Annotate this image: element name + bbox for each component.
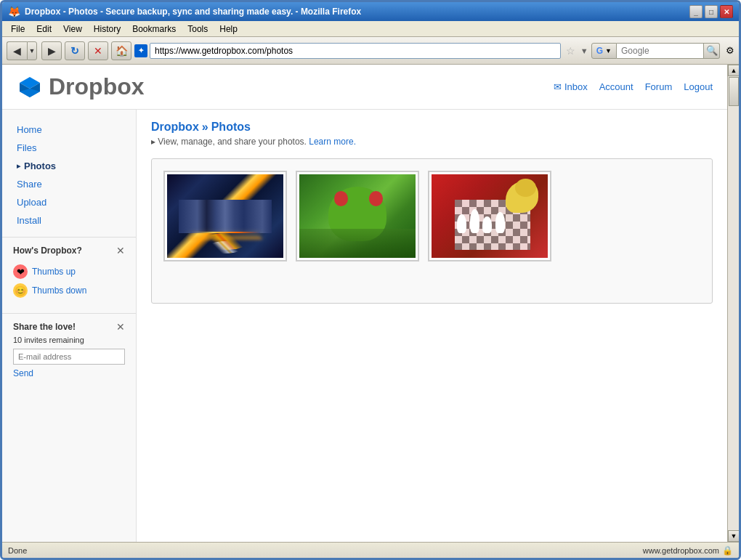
share-widget-close-button[interactable]: ✕ <box>116 321 125 333</box>
back-button[interactable]: ◀ <box>7 41 27 60</box>
thumbs-down-item[interactable]: 😊 Thumbs down <box>13 281 125 300</box>
back-forward-group: ◀ ▼ <box>7 41 37 60</box>
browser-favicon: 🦊 <box>8 6 20 17</box>
logo-area: Dropbox <box>17 73 145 100</box>
thumbs-down-label: Thumbs down <box>32 285 86 296</box>
menu-history[interactable]: History <box>88 23 126 36</box>
window-controls: _ □ ✕ <box>689 5 733 18</box>
maximize-button[interactable]: □ <box>705 5 718 18</box>
menu-tools[interactable]: Tools <box>182 23 214 36</box>
sidebar: Home Files Photos Share Upload Install H… <box>2 110 137 542</box>
thumbs-up-icon: ❤ <box>13 264 28 279</box>
breadcrumb-separator: » <box>202 121 208 134</box>
sidebar-nav: Home Files Photos Share Upload Install <box>2 121 136 230</box>
thumbs-up-item[interactable]: ❤ Thumbs up <box>13 262 125 281</box>
breadcrumb-current: Photos <box>211 121 251 134</box>
sidebar-item-install[interactable]: Install <box>2 211 136 230</box>
inbox-icon: ✉ <box>554 81 562 92</box>
logo-text: Dropbox <box>49 73 145 100</box>
dropbox-icon <box>17 74 43 100</box>
photo-chess[interactable] <box>428 171 551 261</box>
learn-more-link[interactable]: Learn more. <box>309 137 356 147</box>
forward-button[interactable]: ▶ <box>41 41 62 60</box>
search-area: G ▼ 🔍 <box>591 43 720 59</box>
toolbar: ◀ ▼ ▶ ↻ ✕ 🏠 ✦ ☆ ▼ G ▼ 🔍 ⚙ <box>2 37 739 65</box>
sidebar-item-photos[interactable]: Photos <box>2 157 136 175</box>
refresh-button[interactable]: ↻ <box>65 41 85 60</box>
address-input[interactable] <box>150 43 561 59</box>
page-description: ▸ View, manage, and share your photos. L… <box>151 137 713 147</box>
status-text: Done <box>8 546 27 555</box>
photos-container <box>151 158 713 304</box>
scroll-track[interactable] <box>728 76 739 530</box>
close-button[interactable]: ✕ <box>720 5 733 18</box>
back-dropdown[interactable]: ▼ <box>27 41 37 60</box>
settings-button[interactable]: ⚙ <box>726 45 734 56</box>
forum-link[interactable]: Forum <box>645 81 673 92</box>
address-bar-area: ✦ ☆ ▼ <box>134 43 588 59</box>
title-bar: 🦊 Dropbox - Photos - Secure backup, sync… <box>2 2 739 21</box>
thumbs-down-icon: 😊 <box>13 283 28 298</box>
status-url-area: www.getdropbox.com 🔒 <box>643 545 733 556</box>
widget-close-button[interactable]: ✕ <box>116 245 125 256</box>
photo-frog[interactable] <box>296 171 419 261</box>
header-nav: ✉ Inbox Account Forum Logout <box>554 81 713 92</box>
minimize-button[interactable]: _ <box>689 5 702 18</box>
search-engine-dropdown[interactable]: G ▼ <box>591 43 617 59</box>
widget-title: How's Dropbox? <box>13 245 82 256</box>
sidebar-item-files[interactable]: Files <box>2 139 136 157</box>
site-header: Dropbox ✉ Inbox Account Forum Logout <box>2 65 727 110</box>
browser-title: Dropbox - Photos - Secure backup, sync a… <box>25 7 361 17</box>
menu-bookmarks[interactable]: Bookmarks <box>126 23 182 36</box>
scroll-down-arrow[interactable]: ▼ <box>728 530 739 542</box>
status-url: www.getdropbox.com <box>643 546 719 555</box>
page-content: Dropbox ✉ Inbox Account Forum Logout <box>2 65 727 542</box>
email-input[interactable] <box>13 349 125 365</box>
menu-bar: File Edit View History Bookmarks Tools H… <box>2 21 739 37</box>
dropdown-arrow[interactable]: ▼ <box>580 46 588 55</box>
breadcrumb: Dropbox » Photos <box>151 121 713 134</box>
photo-city[interactable] <box>163 171 287 261</box>
main-content: Dropbox » Photos ▸ View, manage, and sha… <box>137 110 727 542</box>
google-icon: G <box>596 46 603 56</box>
hows-dropbox-widget: How's Dropbox? ✕ ❤ Thumbs up 😊 Thumbs do… <box>2 237 136 307</box>
content-wrapper: Dropbox ✉ Inbox Account Forum Logout <box>2 65 739 542</box>
menu-file[interactable]: File <box>5 23 31 36</box>
share-widget-title: Share the love! <box>13 322 76 332</box>
search-go-button[interactable]: 🔍 <box>704 43 720 59</box>
share-love-widget: Share the love! ✕ 10 invites remaining S… <box>2 313 136 386</box>
account-link[interactable]: Account <box>599 81 633 92</box>
search-engine-arrow: ▼ <box>605 47 612 54</box>
scroll-up-arrow[interactable]: ▲ <box>728 65 739 76</box>
inbox-link[interactable]: ✉ Inbox <box>554 81 588 92</box>
sidebar-item-share[interactable]: Share <box>2 175 136 193</box>
menu-view[interactable]: View <box>57 23 88 36</box>
ssl-lock-icon: 🔒 <box>722 545 733 556</box>
logout-link[interactable]: Logout <box>684 81 713 92</box>
menu-edit[interactable]: Edit <box>31 23 57 36</box>
scroll-thumb[interactable] <box>729 77 739 106</box>
thumbs-up-label: Thumbs up <box>32 267 76 277</box>
bookmark-star[interactable]: ☆ <box>563 45 578 57</box>
invites-remaining: 10 invites remaining <box>13 336 125 344</box>
stop-button[interactable]: ✕ <box>88 41 108 60</box>
status-bar: Done www.getdropbox.com 🔒 <box>2 542 739 558</box>
sidebar-item-home[interactable]: Home <box>2 121 136 139</box>
browser-window: 🦊 Dropbox - Photos - Secure backup, sync… <box>0 0 741 560</box>
search-input[interactable] <box>617 43 704 59</box>
main-layout: Home Files Photos Share Upload Install H… <box>2 110 727 542</box>
menu-help[interactable]: Help <box>214 23 243 36</box>
breadcrumb-home[interactable]: Dropbox <box>151 121 199 134</box>
photos-grid <box>163 171 700 261</box>
sidebar-item-upload[interactable]: Upload <box>2 193 136 211</box>
send-button[interactable]: Send <box>13 368 33 378</box>
home-button[interactable]: 🏠 <box>111 41 131 60</box>
site-favicon: ✦ <box>134 44 147 57</box>
right-scrollbar[interactable]: ▲ ▼ <box>727 65 739 542</box>
